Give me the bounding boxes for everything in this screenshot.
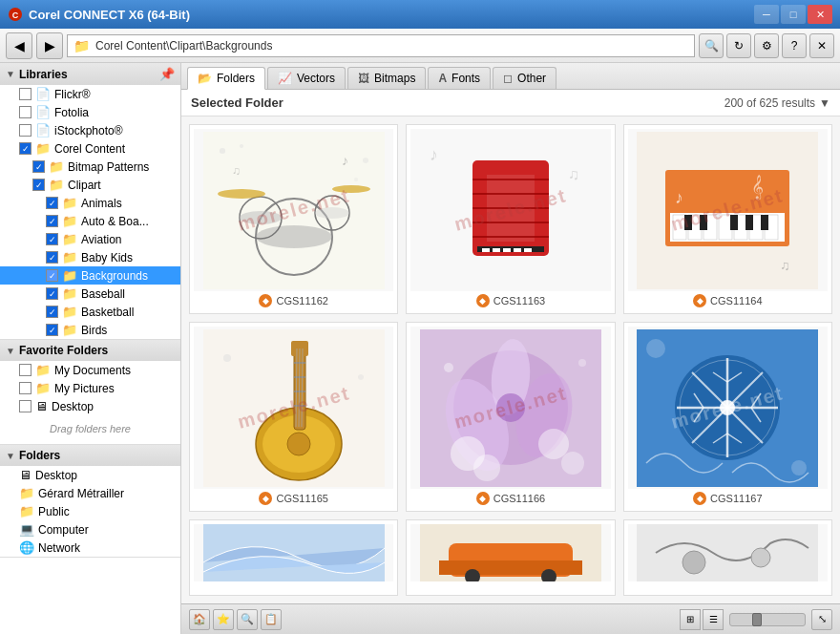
libraries-arrow: ▼	[6, 69, 15, 79]
desktop-checkbox[interactable]	[19, 400, 32, 412]
svg-point-104	[751, 548, 770, 567]
sidebar-item-flickr[interactable]: 📄 Flickr®	[0, 85, 180, 103]
image-cell-cgs11162[interactable]: ♪ ♫ morele.net ◆ CGS11162	[189, 124, 398, 314]
grid-view-button[interactable]: ⊞	[680, 609, 701, 630]
backgrounds-checkbox[interactable]: ✓	[46, 269, 58, 282]
corelcontent-checkbox[interactable]: ✓	[19, 142, 32, 155]
sidebar-item-istockphoto[interactable]: 📄 iStockphoto®	[0, 121, 180, 139]
bottom-search-button[interactable]: 🔍	[237, 609, 258, 630]
favorites-header[interactable]: ▼ Favorite Folders	[0, 340, 180, 361]
svg-point-64	[223, 354, 231, 362]
sidebar-item-birds[interactable]: ✓ 📁 Birds	[0, 321, 180, 339]
back-button[interactable]: ◀	[6, 32, 32, 59]
image-cell-cgs11167[interactable]: morele.net ◆ CGS11167	[623, 322, 832, 512]
minimize-button[interactable]: ─	[754, 5, 779, 24]
bottom-home-button[interactable]: 🏠	[189, 609, 210, 630]
image-label-cgs11163: CGS11163	[494, 295, 545, 306]
svg-rect-47	[761, 215, 768, 230]
size-slider[interactable]	[729, 613, 806, 626]
sidebar-item-backgrounds[interactable]: ✓ 📁 Backgrounds	[0, 266, 180, 285]
fotolia-icon: 📄	[35, 105, 51, 119]
refresh-button[interactable]: ↻	[726, 33, 751, 58]
svg-rect-43	[684, 215, 692, 230]
list-view-button[interactable]: ☰	[703, 609, 724, 630]
image-cell-cgs11169[interactable]	[406, 519, 615, 596]
sidebar-item-basketball[interactable]: ✓ 📁 Basketball	[0, 303, 180, 321]
tab-folders[interactable]: 📂 Folders	[187, 67, 265, 90]
bottom-star-button[interactable]: ⭐	[213, 609, 234, 630]
search-button[interactable]: 🔍	[699, 33, 724, 58]
image-cell-cgs11163[interactable]: ♪ ♫ morele.net ◆ CGS11163	[406, 124, 615, 314]
svg-point-72	[473, 454, 500, 481]
forward-button[interactable]: ▶	[36, 32, 63, 59]
image-cell-cgs11164[interactable]: ♪ 𝄞 ♫ morele.net ◆ CGS11164	[623, 124, 832, 314]
window-controls: ─ □ ✕	[754, 5, 832, 24]
sidebar-item-corelcontent[interactable]: ✓ 📁 Corel Content	[0, 139, 180, 158]
birds-checkbox[interactable]: ✓	[46, 324, 58, 336]
bottom-clipboard-button[interactable]: 📋	[261, 609, 282, 630]
folders-section-header[interactable]: ▼ Folders	[0, 445, 180, 466]
sidebar-item-mypictures[interactable]: 📁 My Pictures	[0, 379, 180, 397]
baseball-checkbox[interactable]: ✓	[46, 287, 58, 300]
svg-point-95	[791, 460, 807, 476]
sidebar-item-mydocuments[interactable]: 📁 My Documents	[0, 361, 180, 379]
flickr-checkbox[interactable]	[19, 88, 32, 100]
tab-other[interactable]: ◻ Other	[493, 67, 556, 89]
sidebar-item-aviation[interactable]: ✓ 📁 Aviation	[0, 230, 180, 248]
image-label-cgs11165: CGS11165	[276, 493, 327, 504]
tab-fonts[interactable]: A Fonts	[428, 67, 491, 89]
sidebar-item-clipart[interactable]: ✓ 📁 Clipart	[0, 176, 180, 194]
close-button[interactable]: ✕	[808, 5, 832, 24]
results-dropdown-arrow[interactable]: ▼	[819, 96, 830, 110]
sidebar-item-computer[interactable]: 💻 Computer	[0, 520, 180, 539]
mydocuments-checkbox[interactable]	[19, 364, 32, 376]
tab-vectors[interactable]: 📈 Vectors	[267, 67, 346, 89]
gerard-label: Gérard Métrailler	[38, 487, 124, 500]
aviation-label: Aviation	[81, 233, 121, 246]
sidebar-item-desktop[interactable]: 🖥 Desktop	[0, 397, 180, 415]
babykids-checkbox[interactable]: ✓	[46, 251, 58, 264]
basketball-checkbox[interactable]: ✓	[46, 306, 58, 318]
help-button[interactable]: ?	[782, 33, 807, 58]
image-cell-cgs11166[interactable]: morele.net ◆ CGS11166	[406, 322, 615, 512]
network-label: Network	[38, 541, 80, 555]
sidebar-item-fotolia[interactable]: 📄 Fotolia	[0, 103, 180, 121]
image-label-row-cgs11167: ◆ CGS11167	[693, 489, 762, 507]
sidebar-item-bitmappatterns[interactable]: ✓ 📁 Bitmap Patterns	[0, 158, 180, 176]
sidebar-item-animals[interactable]: ✓ 📁 Animals	[0, 194, 180, 212]
image-cell-cgs11165[interactable]: morele.net ◆ CGS11165	[189, 322, 398, 512]
sidebar-item-autoboa[interactable]: ✓ 📁 Auto & Boa...	[0, 212, 180, 230]
aviation-checkbox[interactable]: ✓	[46, 233, 58, 245]
sidebar-item-network[interactable]: 🌐 Network	[0, 539, 180, 557]
image-cell-cgs11170[interactable]	[623, 519, 832, 596]
mypictures-icon: 📁	[35, 381, 51, 395]
sidebar-item-desktop-f[interactable]: 🖥 Desktop	[0, 466, 180, 484]
istockphoto-checkbox[interactable]	[19, 124, 32, 137]
sidebar-item-public[interactable]: 📁 Public	[0, 502, 180, 520]
image-badge-cgs11164: ◆	[693, 294, 706, 307]
corelcontent-icon: 📁	[35, 141, 51, 156]
animals-checkbox[interactable]: ✓	[46, 197, 58, 209]
fotolia-checkbox[interactable]	[19, 106, 32, 118]
image-thumb-cgs11164: ♪ 𝄞 ♫ morele.net	[628, 129, 828, 291]
bitmappatterns-label: Bitmap Patterns	[68, 160, 149, 174]
settings-button[interactable]: ⚙	[754, 33, 779, 58]
sidebar-item-baseball[interactable]: ✓ 📁 Baseball	[0, 285, 180, 303]
image-label-cgs11162: CGS11162	[276, 295, 327, 306]
maximize-button[interactable]: □	[781, 5, 806, 24]
sidebar-item-gerard[interactable]: 📁 Gérard Métrailler	[0, 484, 180, 502]
mypictures-checkbox[interactable]	[19, 382, 32, 394]
svg-point-9	[218, 189, 265, 199]
bottom-expand-button[interactable]: ⤡	[811, 609, 832, 630]
autoboa-checkbox[interactable]: ✓	[46, 215, 58, 227]
animals-label: Animals	[81, 197, 122, 210]
bitmappatterns-checkbox[interactable]: ✓	[32, 160, 45, 173]
sidebar-item-babykids[interactable]: ✓ 📁 Baby Kids	[0, 248, 180, 266]
close-panel-button[interactable]: ✕	[809, 33, 834, 58]
libraries-header[interactable]: ▼ Libraries 📌	[0, 63, 180, 85]
address-bar[interactable]: 📁 Corel Content\Clipart\Backgrounds	[67, 34, 695, 57]
image-cell-cgs11168[interactable]	[189, 519, 398, 596]
tab-bitmaps[interactable]: 🖼 Bitmaps	[347, 67, 426, 89]
mypictures-label: My Pictures	[54, 382, 115, 395]
clipart-checkbox[interactable]: ✓	[32, 179, 45, 191]
